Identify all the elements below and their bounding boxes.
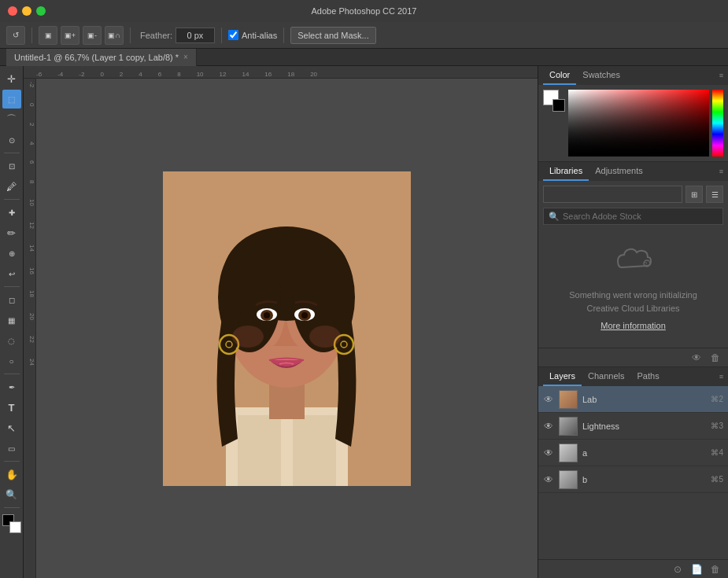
feather-label: Feather: — [140, 31, 172, 40]
libraries-panel-tabs: Libraries Adjustments ≡ — [538, 162, 728, 181]
zoom-tool[interactable]: 🔍 — [2, 485, 21, 504]
layer-row[interactable]: 👁 Lightness ⌘3 — [538, 413, 728, 440]
tab-libraries[interactable]: Libraries — [543, 162, 589, 181]
tool-sep-4 — [4, 374, 20, 374]
history-back-button[interactable]: ↺ — [6, 26, 25, 45]
main-toolbar: ↺ ▣ ▣+ ▣- ▣∩ Feather: Anti-alias Select … — [0, 22, 728, 49]
tab-bar: Untitled-1 @ 66,7% (Layer 1 copy, Lab/8)… — [0, 49, 728, 66]
subtract-selection-btn[interactable]: ▣- — [83, 26, 102, 45]
tab-swatches[interactable]: Swatches — [576, 66, 626, 85]
libraries-grid-view[interactable]: ⊞ — [686, 186, 703, 203]
layer-shortcut: ⌘5 — [711, 475, 723, 484]
add-selection-btn[interactable]: ▣+ — [61, 26, 79, 45]
minimize-button[interactable] — [22, 6, 31, 16]
tab-layers[interactable]: Layers — [543, 367, 582, 386]
library-trash-icon[interactable]: 🗑 — [708, 350, 723, 366]
layer-visibility-toggle[interactable]: 👁 — [543, 421, 554, 432]
layer-visibility-toggle[interactable]: 👁 — [543, 394, 554, 405]
layer-shortcut: ⌘3 — [711, 422, 723, 430]
pen-tool[interactable]: ✒ — [2, 377, 21, 396]
feather-input[interactable] — [176, 28, 215, 43]
more-info-button[interactable]: More information — [601, 321, 666, 330]
layer-row[interactable]: 👁 a ⌘4 — [538, 440, 728, 466]
libraries-bottom-bar: 👁 🗑 — [538, 348, 728, 366]
healing-tool[interactable]: ✚ — [2, 203, 21, 222]
toolbar-sep-3 — [221, 28, 222, 43]
libraries-list-view[interactable]: ☰ — [706, 186, 723, 203]
layer-visibility-toggle[interactable]: 👁 — [543, 474, 554, 485]
dodge-tool[interactable]: ○ — [2, 352, 21, 370]
tab-close-button[interactable]: × — [183, 53, 188, 61]
layer-shortcut: ⌘4 — [711, 448, 723, 457]
layer-name: b — [582, 475, 706, 484]
crop-tool[interactable]: ⊡ — [2, 156, 21, 175]
library-view-icon[interactable]: 👁 — [689, 350, 704, 366]
lasso-tool[interactable]: ⌒ — [2, 110, 21, 129]
shape-tool[interactable]: ▭ — [2, 439, 21, 458]
layer-thumbnail — [559, 417, 578, 436]
clone-tool[interactable]: ⊕ — [2, 244, 21, 263]
tab-paths[interactable]: Paths — [631, 367, 666, 386]
document-tab[interactable]: Untitled-1 @ 66,7% (Layer 1 copy, Lab/8)… — [6, 49, 197, 66]
eraser-tool[interactable]: ◻ — [2, 290, 21, 309]
titlebar: Adobe Photoshop CC 2017 — [0, 0, 728, 22]
fg-bg-swatch[interactable] — [2, 514, 21, 533]
layers-section: Layers Channels Paths ≡ 👁 Lab ⌘2 👁 Light… — [538, 367, 728, 578]
brush-tool[interactable]: ✏ — [2, 223, 21, 242]
tab-title: Untitled-1 @ 66,7% (Layer 1 copy, Lab/8)… — [14, 53, 179, 62]
tool-sep-2 — [4, 199, 20, 200]
cloud-error-text: Something went wrong initializing Creati… — [556, 289, 711, 315]
layer-visibility-toggle[interactable]: 👁 — [543, 447, 554, 458]
eyedropper-tool[interactable]: 🖉 — [2, 177, 21, 196]
layers-bottom-bar: ⊙ 📄 🗑 — [538, 559, 728, 578]
tool-panel: ✛ ⬚ ⌒ ⊙ ⊡ 🖉 ✚ ✏ ⊕ ↩ ◻ ▦ ◌ ○ ✒ T ↖ ▭ ✋ 🔍 — [0, 66, 24, 578]
new-fill-layer-btn[interactable]: ⊙ — [670, 561, 686, 577]
hand-tool[interactable]: ✋ — [2, 465, 21, 484]
canvas-area: -6 -4 -2 0 2 4 6 8 10 12 14 16 18 20 -2 … — [24, 66, 538, 578]
layers-body: 👁 Lab ⌘2 👁 Lightness ⌘3 👁 a ⌘4 👁 b ⌘5 — [538, 386, 728, 559]
blur-tool[interactable]: ◌ — [2, 331, 21, 350]
layers-panel-menu[interactable]: ≡ — [719, 373, 723, 381]
tool-sep-3 — [4, 286, 20, 287]
move-tool[interactable]: ✛ — [2, 69, 21, 88]
intersect-selection-btn[interactable]: ▣∩ — [105, 26, 124, 45]
svg-point-14 — [301, 312, 308, 318]
color-panel-menu[interactable]: ≡ — [719, 72, 723, 79]
svg-rect-2 — [238, 415, 281, 486]
maximize-button[interactable] — [36, 6, 46, 16]
anti-alias-checkbox[interactable] — [228, 30, 238, 40]
photo-container — [163, 171, 411, 486]
delete-layer-btn[interactable]: 🗑 — [708, 561, 723, 577]
layer-name: a — [582, 448, 706, 458]
new-selection-btn[interactable]: ▣ — [39, 26, 57, 45]
close-button[interactable] — [8, 6, 17, 16]
anti-alias-label[interactable]: Anti-alias — [228, 30, 277, 40]
new-layer-btn[interactable]: 📄 — [689, 561, 704, 577]
quick-select-tool[interactable]: ⊙ — [2, 131, 21, 149]
fg-bg-color-swatches[interactable] — [543, 90, 565, 112]
color-picker-row — [543, 90, 723, 156]
layer-row[interactable]: 👁 b ⌘5 — [538, 466, 728, 493]
type-tool[interactable]: T — [2, 398, 21, 417]
marquee-tool[interactable]: ⬚ — [2, 90, 21, 109]
layer-row[interactable]: 👁 Lab ⌘2 — [538, 386, 728, 413]
hue-strip[interactable] — [712, 90, 723, 156]
background-color[interactable] — [9, 521, 21, 533]
history-brush-tool[interactable]: ↩ — [2, 264, 21, 283]
path-select-tool[interactable]: ↖ — [2, 418, 21, 437]
gradient-tool[interactable]: ▦ — [2, 311, 21, 329]
libraries-dropdown[interactable] — [543, 186, 682, 203]
layer-thumbnail — [559, 444, 578, 462]
tab-channels[interactable]: Channels — [582, 367, 630, 386]
libraries-search-bar: 🔍 — [543, 208, 723, 225]
background-swatch[interactable] — [552, 99, 565, 112]
tab-adjustments[interactable]: Adjustments — [589, 162, 649, 181]
select-mask-button[interactable]: Select and Mask... — [290, 27, 376, 44]
window-controls — [8, 6, 46, 16]
svg-point-20 — [309, 326, 341, 348]
color-gradient-picker[interactable] — [568, 90, 709, 156]
libraries-toolbar: ⊞ ☰ — [543, 186, 723, 203]
libraries-search-input[interactable] — [563, 212, 718, 221]
libraries-panel-menu[interactable]: ≡ — [719, 168, 723, 175]
tab-color[interactable]: Color — [543, 66, 576, 85]
